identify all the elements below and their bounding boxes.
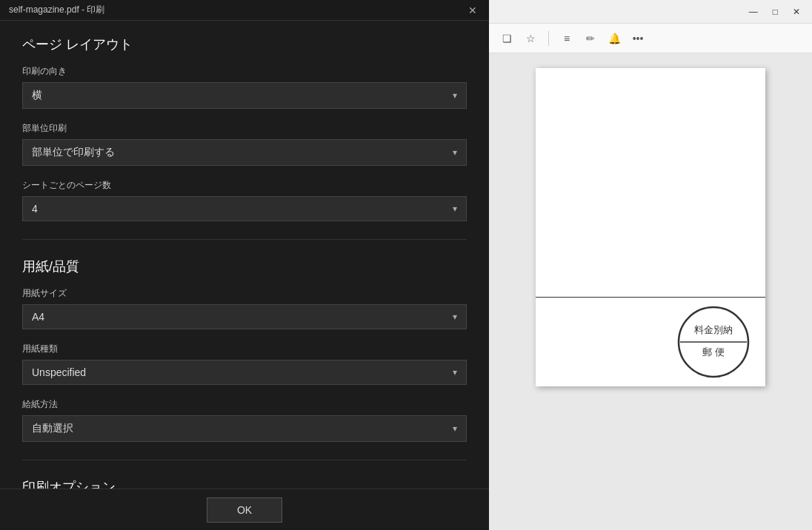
page-layout-section: ページ レイアウト 印刷の向き 横 ▾ 部単位印刷 部単位で印刷する ▾ シート…: [22, 36, 467, 221]
pages-per-sheet-field: シートごとのページ数 4 ▾: [22, 179, 467, 221]
paper-source-arrow-icon: ▾: [453, 423, 457, 434]
stamp-line1: 料金別納: [694, 324, 733, 335]
paper-type-dropdown[interactable]: Unspecified ▾: [22, 360, 467, 385]
paper-size-dropdown[interactable]: A4 ▾: [22, 304, 467, 329]
ok-button[interactable]: OK: [207, 497, 282, 523]
sidebar-toggle-icon[interactable]: ❏: [498, 30, 516, 47]
collation-arrow-icon: ▾: [453, 147, 457, 158]
paper-size-value: A4: [32, 311, 44, 323]
paper-source-label: 給紙方法: [22, 398, 467, 411]
print-dialog: self-magazine.pdf - 印刷 ✕ ページ レイアウト 印刷の向き…: [0, 0, 489, 530]
paper-type-arrow-icon: ▾: [453, 367, 457, 378]
paper-type-value: Unspecified: [32, 366, 86, 378]
minimize-button[interactable]: —: [743, 4, 764, 20]
section-divider-2: [22, 460, 467, 460]
dialog-footer: OK: [0, 489, 489, 530]
maximize-button[interactable]: □: [767, 4, 784, 20]
print-orientation-arrow-icon: ▾: [453, 90, 457, 101]
collation-value: 部単位で印刷する: [32, 146, 115, 159]
paper-quality-section: 用紙/品質 用紙サイズ A4 ▾ 用紙種類 Unspecified ▾ 給紙方法…: [22, 258, 467, 442]
dialog-close-button[interactable]: ✕: [465, 3, 480, 18]
browser-titlebar: — □ ✕: [489, 0, 812, 24]
pages-per-sheet-value: 4: [32, 203, 38, 215]
section-divider-1: [22, 239, 467, 240]
paper-source-field: 給紙方法 自動選択 ▾: [22, 398, 467, 442]
print-orientation-dropdown[interactable]: 横 ▾: [22, 82, 467, 109]
paper-source-dropdown[interactable]: 自動選択 ▾: [22, 415, 467, 442]
dialog-content: ページ レイアウト 印刷の向き 横 ▾ 部単位印刷 部単位で印刷する ▾ シート…: [0, 21, 489, 489]
close-button[interactable]: ✕: [787, 4, 806, 20]
toolbar-separator: [548, 31, 549, 46]
star-icon[interactable]: ☆: [522, 30, 539, 47]
paper-type-field: 用紙種類 Unspecified ▾: [22, 343, 467, 385]
print-orientation-field: 印刷の向き 横 ▾: [22, 65, 467, 109]
paper-source-value: 自動選択: [32, 422, 73, 435]
paper-type-label: 用紙種類: [22, 343, 467, 355]
collation-dropdown[interactable]: 部単位で印刷する ▾: [22, 139, 467, 166]
paper-size-field: 用紙サイズ A4 ▾: [22, 287, 467, 329]
dialog-title: self-magazine.pdf - 印刷: [9, 4, 104, 16]
dialog-titlebar: self-magazine.pdf - 印刷 ✕: [0, 0, 489, 21]
collation-label: 部単位印刷: [22, 122, 467, 135]
browser-window: — □ ✕ ❏ ☆ ≡ ✏ 🔔 ••• 料金別納 郵 便: [489, 0, 812, 530]
pages-per-sheet-label: シートごとのページ数: [22, 179, 467, 192]
bell-icon[interactable]: 🔔: [605, 30, 623, 47]
paper-size-arrow-icon: ▾: [453, 312, 457, 322]
print-orientation-value: 横: [32, 89, 42, 102]
stamp-line2: 郵 便: [702, 346, 725, 358]
menu-icon[interactable]: ≡: [558, 30, 576, 47]
browser-content: 料金別納 郵 便: [489, 53, 812, 530]
paper-size-label: 用紙サイズ: [22, 287, 467, 300]
page-layout-heading: ページ レイアウト: [22, 36, 467, 53]
browser-toolbar: ❏ ☆ ≡ ✏ 🔔 •••: [489, 24, 812, 53]
more-icon[interactable]: •••: [629, 30, 647, 47]
pages-per-sheet-arrow-icon: ▾: [453, 204, 457, 214]
collation-field: 部単位印刷 部単位で印刷する ▾: [22, 122, 467, 166]
pdf-stamp: 料金別納 郵 便: [676, 305, 751, 379]
print-options-heading: 印刷オプション: [22, 478, 467, 489]
edit-icon[interactable]: ✏: [582, 30, 599, 47]
print-orientation-label: 印刷の向き: [22, 65, 467, 78]
pdf-page: 料金別納 郵 便: [536, 68, 765, 386]
pdf-line: [536, 297, 765, 298]
print-options-section: 印刷オプション カラー モード ▾: [22, 478, 467, 489]
pages-per-sheet-dropdown[interactable]: 4 ▾: [22, 196, 467, 221]
paper-quality-heading: 用紙/品質: [22, 258, 467, 275]
